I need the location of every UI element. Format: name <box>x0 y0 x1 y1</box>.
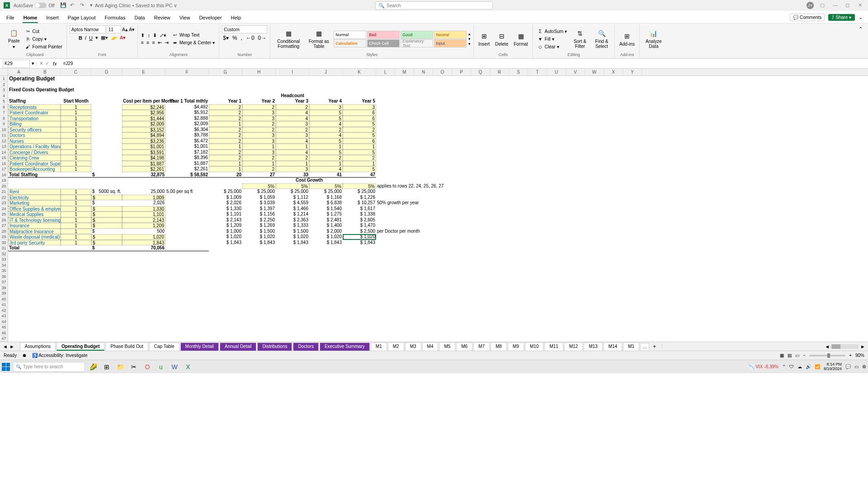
tray-volume-icon[interactable]: 🔊 <box>806 364 811 369</box>
cell-L23[interactable]: 50% growth per year <box>376 200 467 206</box>
save-icon[interactable]: 💾 <box>60 2 66 9</box>
cell-D22[interactable]: $ <box>91 195 122 201</box>
cell-A31[interactable]: Total <box>8 245 91 251</box>
menu-tab-file[interactable]: File <box>5 13 15 23</box>
cell-D21[interactable]: $ <box>91 189 122 195</box>
cell-A23[interactable]: Marketing <box>8 200 61 206</box>
cell-A8[interactable]: Transportation <box>8 116 61 122</box>
cell-E27[interactable]: 1,209 <box>122 223 165 229</box>
fill-color-button[interactable]: ◢▾ <box>111 35 117 41</box>
row-header-41[interactable]: 41 <box>0 302 8 308</box>
font-name-select[interactable] <box>70 25 106 33</box>
cell-A18[interactable]: Total Staffing <box>8 172 91 178</box>
cell-H6[interactable]: 2 <box>242 104 276 110</box>
sheet-tab-m3[interactable]: M3 <box>405 343 421 351</box>
zoom-out-icon[interactable]: − <box>803 353 806 358</box>
cell-H17[interactable]: 2 <box>242 166 276 172</box>
col-header-T[interactable]: T <box>528 69 547 75</box>
cell-K7[interactable]: 6 <box>343 110 376 116</box>
tray-chevron-icon[interactable]: ⌃ <box>782 364 786 369</box>
cell-J5[interactable]: Year 4 <box>309 99 343 104</box>
row-header-13[interactable]: 13 <box>0 144 8 150</box>
col-header-G[interactable]: G <box>209 69 242 75</box>
cell-H26[interactable]: $ 2,250 <box>242 217 276 223</box>
cell-G27[interactable]: $ 1,209 <box>209 223 242 229</box>
row-header-45[interactable]: 45 <box>0 324 8 330</box>
view-page-layout-icon[interactable]: ▤ <box>788 353 792 358</box>
row-header-11[interactable]: 11 <box>0 132 8 138</box>
cell-H20[interactable]: 5% <box>242 183 276 189</box>
row-header-30[interactable]: 30 <box>0 240 8 246</box>
document-title[interactable]: Anti Aging Clinic • Saved to this PC ∨ <box>95 3 177 9</box>
taskbar-excel-icon[interactable]: X <box>183 361 193 372</box>
maximize-icon[interactable]: ◻ <box>845 2 852 9</box>
cell-J16[interactable]: 1 <box>309 161 343 167</box>
zoom-slider[interactable] <box>809 355 845 357</box>
col-header-R[interactable]: R <box>490 69 509 75</box>
styles-scroll-up-icon[interactable]: ▴ <box>468 32 471 36</box>
align-left-icon[interactable]: ≡ <box>141 40 143 45</box>
cell-J7[interactable]: 5 <box>309 110 343 116</box>
increase-font-icon[interactable]: A▴ <box>122 27 128 33</box>
minimize-icon[interactable]: — <box>833 2 839 9</box>
orientation-icon[interactable]: ⤢▾ <box>160 33 166 38</box>
cells-area[interactable]: Operating BudgetFixed Costs Operating Bu… <box>8 76 868 342</box>
cell-J21[interactable]: $ 25,000 <box>309 189 343 195</box>
row-header-4[interactable]: 4 <box>0 93 8 99</box>
sheet-tab-m2[interactable]: M2 <box>388 343 404 351</box>
cell-I13[interactable]: 1 <box>276 144 309 150</box>
cell-G30[interactable]: $ 1,843 <box>209 240 242 246</box>
sheet-tab-cap-table[interactable]: Cap Table <box>149 343 179 351</box>
row-header-40[interactable]: 40 <box>0 296 8 302</box>
cell-C15[interactable]: 1 <box>61 155 91 161</box>
menu-tab-formulas[interactable]: Formulas <box>104 13 127 23</box>
row-header-2[interactable]: 2 <box>0 82 8 88</box>
tray-settings-icon[interactable]: ⚙ <box>862 364 866 369</box>
cell-A27[interactable]: Insurance <box>8 223 61 229</box>
row-header-42[interactable]: 42 <box>0 308 8 314</box>
cell-H25[interactable]: $ 1,156 <box>242 211 276 217</box>
tray-shield-icon[interactable]: 🛡 <box>789 364 794 369</box>
row-header-32[interactable]: 32 <box>0 251 8 257</box>
cell-F10[interactable]: $6,304 <box>165 127 209 133</box>
cell-D27[interactable]: $ <box>91 223 122 229</box>
sheet-tab-m6[interactable]: M6 <box>456 343 472 351</box>
tray-onedrive-icon[interactable]: ☁ <box>797 364 802 369</box>
start-button[interactable] <box>2 363 10 371</box>
cell-G21[interactable]: $ 25,000 <box>209 189 242 195</box>
cell-A1[interactable]: Operating Budget <box>8 76 99 82</box>
cell-K24[interactable]: $ 1,617 <box>343 206 376 212</box>
currency-button[interactable]: $▾ <box>223 35 229 41</box>
row-header-20[interactable]: 20 <box>0 183 8 189</box>
sheet-tab-m12[interactable]: M12 <box>564 343 583 351</box>
align-top-icon[interactable]: ⬆ <box>141 33 145 38</box>
menu-tab-developer[interactable]: Developer <box>198 13 222 23</box>
cell-C29[interactable]: 1 <box>61 234 91 240</box>
conditional-formatting-button[interactable]: ▦Conditional Formatting <box>273 28 304 50</box>
addins-button[interactable]: ⊞Add-ins <box>618 31 637 47</box>
row-header-9[interactable]: 9 <box>0 121 8 127</box>
cell-F16[interactable]: $1,887 <box>165 161 209 167</box>
cell-C26[interactable]: 1 <box>61 217 91 223</box>
cell-D28[interactable]: $ <box>91 229 122 235</box>
row-header-3[interactable]: 3 <box>0 87 8 93</box>
indent-decrease-icon[interactable]: ⇤ <box>158 40 162 46</box>
style-bad[interactable]: Bad <box>367 31 400 39</box>
italic-button[interactable]: I <box>85 35 86 41</box>
col-header-C[interactable]: C <box>61 69 91 75</box>
cell-K29[interactable]: $ 1,020 <box>343 234 376 240</box>
taskbar-explorer-icon[interactable]: 📁 <box>115 361 126 372</box>
cell-G8[interactable]: 2 <box>209 116 242 122</box>
cell-K12[interactable]: 6 <box>343 138 376 144</box>
cell-H24[interactable]: $ 1,397 <box>242 206 276 212</box>
col-header-V[interactable]: V <box>566 69 585 75</box>
cell-K28[interactable]: $ 2,500 <box>343 229 376 235</box>
cell-J28[interactable]: $ 2,000 <box>309 229 343 235</box>
cell-C9[interactable]: 1 <box>61 121 91 127</box>
cell-J22[interactable]: $ 1,168 <box>309 195 343 201</box>
hscroll-right-icon[interactable]: ► <box>860 344 865 349</box>
cell-H9[interactable]: 2 <box>242 121 276 127</box>
row-header-19[interactable]: 19 <box>0 178 8 183</box>
sheet-tab-m10[interactable]: M10 <box>525 343 543 351</box>
cell-A13[interactable]: Operations / Facility Manager <box>8 144 61 150</box>
